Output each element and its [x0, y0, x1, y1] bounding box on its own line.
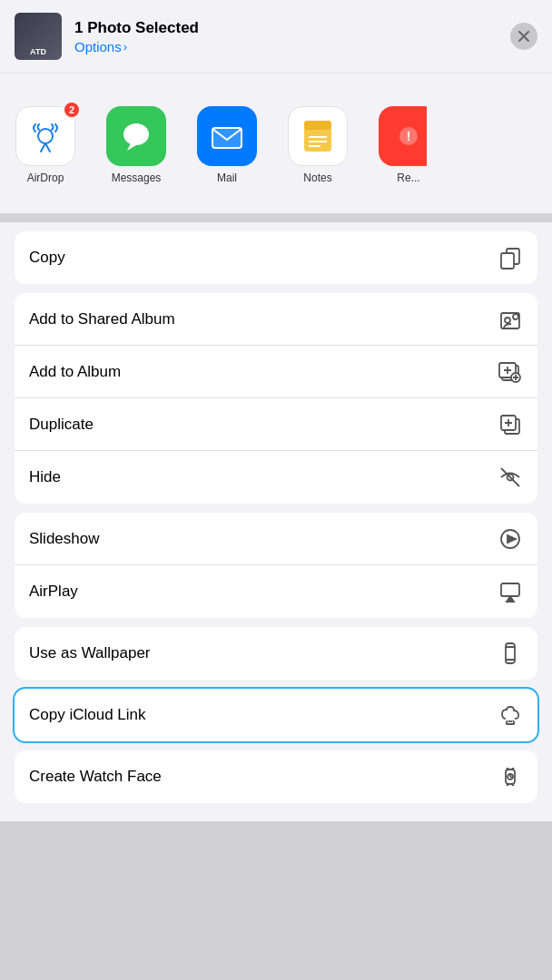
photo-thumbnail [15, 13, 62, 60]
airdrop-app[interactable]: 2 AirDrop [0, 106, 91, 184]
svg-point-0 [38, 129, 53, 143]
airplay-icon [498, 579, 523, 604]
svg-marker-33 [508, 535, 516, 543]
reminders-app[interactable]: ! Re... [363, 106, 454, 184]
watch-icon [498, 764, 523, 789]
svg-rect-11 [304, 121, 331, 130]
actions-wrapper: Copy Add to Shared Album A [0, 222, 552, 821]
duplicate-icon [498, 412, 523, 437]
airplay-row[interactable]: AirPlay [15, 565, 537, 618]
mail-label: Mail [217, 172, 237, 184]
messages-icon-wrap [106, 106, 166, 166]
svg-rect-15 [501, 253, 514, 269]
slideshow-icon [498, 526, 523, 552]
icloud-link-section: Copy iCloud Link [15, 689, 537, 741]
add-shared-album-label: Add to Shared Album [29, 310, 175, 328]
mail-icon [197, 106, 257, 166]
svg-rect-3 [212, 128, 242, 148]
watch-face-label: Create Watch Face [29, 768, 162, 786]
messages-icon [106, 106, 166, 166]
add-album-label: Add to Album [29, 363, 121, 381]
svg-point-17 [505, 318, 510, 323]
photo-selected-title: 1 Photo Selected [74, 19, 498, 37]
wallpaper-label: Use as Wallpaper [29, 644, 151, 662]
airdrop-label: AirDrop [27, 172, 64, 184]
hide-label: Hide [29, 468, 61, 486]
svg-line-47 [510, 777, 512, 778]
action-group-5: Create Watch Face [15, 750, 537, 803]
reminders-label: Re... [397, 172, 419, 184]
notes-icon-wrap [288, 106, 348, 166]
notes-icon [288, 106, 348, 166]
svg-rect-34 [501, 583, 519, 596]
messages-app[interactable]: Messages [91, 106, 182, 184]
close-button[interactable] [510, 23, 537, 50]
hide-icon [498, 465, 523, 490]
reminders-icon: ! [379, 106, 439, 166]
copy-icon [498, 245, 523, 270]
add-album-icon [498, 359, 523, 385]
mail-icon-wrap [197, 106, 257, 166]
notes-label: Notes [303, 172, 331, 184]
notes-app[interactable]: Notes [272, 106, 363, 184]
photo-count: 1 [74, 19, 83, 36]
copy-label: Copy [29, 249, 65, 267]
wallpaper-row[interactable]: Use as Wallpaper [15, 627, 537, 680]
svg-point-1 [123, 123, 149, 145]
airdrop-badge: 2 [63, 101, 81, 119]
copy-row[interactable]: Copy [15, 231, 537, 284]
copy-icloud-link-row[interactable]: Copy iCloud Link [15, 689, 537, 741]
header-info: 1 Photo Selected Options › [74, 19, 498, 54]
options-label: Options [74, 39, 122, 54]
slideshow-label: Slideshow [29, 530, 100, 548]
add-shared-album-row[interactable]: Add to Shared Album [15, 293, 537, 346]
messages-label: Messages [112, 172, 162, 184]
action-group-2: Slideshow AirPlay [15, 513, 537, 618]
icloud-link-icon [498, 702, 523, 728]
hide-row[interactable]: Hide [15, 451, 537, 504]
shared-album-icon [498, 307, 523, 332]
photo-selected-label: Photo Selected [87, 19, 199, 36]
apps-row: 2 AirDrop Messages [0, 88, 552, 199]
svg-line-31 [501, 468, 519, 486]
slideshow-row[interactable]: Slideshow [15, 513, 537, 565]
svg-point-18 [513, 314, 518, 319]
airdrop-icon-wrap: 2 [15, 106, 75, 166]
duplicate-row[interactable]: Duplicate [15, 398, 537, 451]
watch-face-row[interactable]: Create Watch Face [15, 750, 537, 803]
copy-section: Copy [15, 231, 537, 284]
action-group-3: Use as Wallpaper [15, 627, 537, 680]
mail-app[interactable]: Mail [182, 106, 272, 184]
duplicate-label: Duplicate [29, 416, 94, 434]
action-group-1: Add to Shared Album Add to Album [15, 293, 537, 504]
reminders-icon-wrap: ! [379, 106, 439, 166]
chevron-right-icon: › [123, 40, 127, 54]
svg-marker-35 [507, 596, 514, 602]
add-album-row[interactable]: Add to Album [15, 346, 537, 398]
options-link[interactable]: Options › [74, 39, 498, 54]
share-sheet-header: 1 Photo Selected Options › [0, 0, 552, 74]
airplay-label: AirPlay [29, 583, 78, 601]
svg-text:!: ! [407, 129, 411, 143]
copy-icloud-link-label: Copy iCloud Link [29, 706, 146, 724]
wallpaper-icon [498, 641, 523, 666]
